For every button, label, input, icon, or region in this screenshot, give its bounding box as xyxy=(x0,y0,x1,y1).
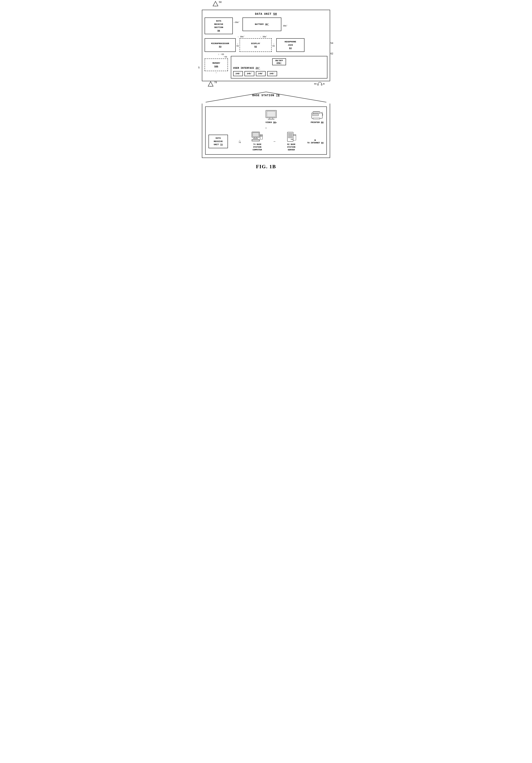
bsc-label: 74 BASESTATIONCOMPUTER xyxy=(253,143,262,151)
data-unit-box: 54 45 62 DATA UNIT 50 DATARECEIVESECTION… xyxy=(202,10,330,81)
battery-arrows-row: ↓ 30a' ↓ 30a' xyxy=(205,36,327,38)
data-unit-label: DATA UNIT 50 xyxy=(205,12,327,16)
bs-roof-area: BASE STATION 70 xyxy=(202,91,330,104)
dru-ref: 72 xyxy=(220,143,223,146)
ui-button-4[interactable]: 24b' xyxy=(267,71,277,76)
ref-45: 45 xyxy=(198,66,200,69)
bs-antenna-icon xyxy=(208,81,214,87)
battery-drs-connector: ←30a' xyxy=(234,18,240,24)
bs-ref: 70 xyxy=(276,94,280,97)
svg-rect-13 xyxy=(313,114,318,116)
bs-label: BASE STATION 70 xyxy=(252,94,279,97)
data-receive-section-box: DATARECEIVESECTION56 xyxy=(205,18,233,34)
headphone-output: 60 ◄ xyxy=(314,82,324,86)
bs-bottom-row: DATARECEIVEUNIT 72 ↔ 76 xyxy=(208,132,324,151)
ref-55-1: ↔ xyxy=(237,43,238,45)
ref-62: 62 xyxy=(331,53,333,55)
fig-caption: FIG. 1B xyxy=(202,164,330,169)
svg-rect-33 xyxy=(294,135,295,136)
microprocessor-ref: 53 xyxy=(219,46,221,48)
bss-svg xyxy=(286,132,296,143)
data-receive-unit-box: DATARECEIVEUNIT 72 xyxy=(208,135,228,148)
ref-60-arrow: ◄ xyxy=(323,83,324,85)
ref-55-3: ↕ ~55 xyxy=(218,54,224,55)
bs-top-row: VIDEO 90↙ xyxy=(208,110,324,124)
svg-rect-12 xyxy=(313,118,320,119)
on-off-row: ON/OFF24a' xyxy=(233,58,325,65)
svg-rect-23 xyxy=(261,135,262,136)
user-interface-box: ON/OFF24a' USER INTERFACE 24' 24b' 24b' … xyxy=(231,56,327,78)
printer-svg xyxy=(311,110,323,121)
display-box: DISPLAY52 xyxy=(240,38,271,52)
bs-inner: VIDEO 90↙ xyxy=(205,106,327,155)
svg-point-31 xyxy=(292,139,293,140)
antenna-top: 58 xyxy=(213,1,218,6)
bss-area: 82 BASESTATIONSERVER xyxy=(286,132,296,151)
dru-bsc-connector: ↔ 76 xyxy=(239,139,241,144)
bs-body: VIDEO 90↙ xyxy=(202,104,330,158)
memory-box: MEMORY50b xyxy=(205,58,228,71)
ref-76-arrow: ↔ xyxy=(239,139,240,142)
micro-down-arrow: ↕ ~55 xyxy=(205,54,327,55)
headphone-jack-box: HEADPHONEJACK64 xyxy=(276,38,304,52)
middle-row: MICROPROCESSOR53 ↔ 55 DISPLAY52 → 55 xyxy=(205,38,327,52)
ref-30a-3: ↓ 30a' xyxy=(238,36,245,38)
video-monitor-svg xyxy=(265,110,277,120)
video-label: VIDEO 90↙ xyxy=(266,121,277,124)
svg-rect-17 xyxy=(253,133,259,137)
bss-label: 82 BASESTATIONSERVER xyxy=(287,143,295,151)
ref-55-2: → xyxy=(273,43,274,45)
antenna-icon xyxy=(213,1,218,6)
svg-marker-4 xyxy=(208,82,213,86)
internet-arrow: ► xyxy=(315,139,316,142)
headphone-jack-ref: 64 xyxy=(289,47,292,50)
ref-30a-1: ←30a' xyxy=(234,21,240,24)
ui-button-1[interactable]: 24b' xyxy=(233,71,243,76)
memory-up-arrow: ↑ xyxy=(205,72,228,74)
svg-point-30 xyxy=(291,139,292,140)
battery-ref: 30' xyxy=(265,23,269,26)
svg-rect-3 xyxy=(321,84,322,85)
printer-label: PRINTER 86 xyxy=(311,121,324,124)
printer: PRINTER 86 xyxy=(311,110,324,124)
ref-30a-4: ↓ 30a' xyxy=(260,36,267,38)
svg-rect-7 xyxy=(267,111,275,117)
bs-antenna-ref: 78 xyxy=(214,81,217,84)
internet-ref: 84 xyxy=(321,142,324,144)
ref-60: 60 xyxy=(314,83,317,85)
ref-55-label-1: 55 xyxy=(237,45,239,47)
ref-30a-2: 30a' xyxy=(283,25,287,27)
internet-connector: ► TO INTERNET 84 xyxy=(307,139,324,144)
data-receive-section-ref: 56 xyxy=(217,30,220,32)
svg-marker-0 xyxy=(213,1,218,6)
ref-54: 54 xyxy=(331,42,333,45)
bsc-server-connector: ↔ xyxy=(274,140,275,143)
display-headphone-connector: → 55 xyxy=(272,43,275,47)
display-ref: 52 xyxy=(254,46,257,48)
ref-55-label-2: 55 xyxy=(272,45,275,47)
svg-rect-9 xyxy=(268,119,274,120)
on-off-button[interactable]: ON/OFF24a' xyxy=(272,58,286,65)
svg-rect-21 xyxy=(252,140,259,141)
ui-ref: 24' xyxy=(256,67,260,69)
battery-box: BATTERY 30' xyxy=(243,18,281,31)
svg-rect-28 xyxy=(288,136,292,137)
video-arrow: ↕ xyxy=(208,127,324,130)
internet-label: TO INTERNET 84 xyxy=(307,142,324,144)
printer-ref: 86 xyxy=(321,121,324,124)
base-station-area: 78 BASE STATION 70 xyxy=(202,91,330,158)
antenna-ref: 58 xyxy=(219,1,222,4)
memory-area: ~55 MEMORY50b ↑ xyxy=(205,56,228,74)
ui-button-2[interactable]: 24b' xyxy=(245,71,254,76)
bsc-svg xyxy=(252,132,263,143)
microprocessor-box: MICROPROCESSOR53 xyxy=(205,38,236,52)
top-row: DATARECEIVESECTION56 ←30a' BATTERY 30' 3… xyxy=(205,18,327,34)
on-off-ref: 24a' xyxy=(276,62,281,64)
micro-display-connector: ↔ 55 xyxy=(237,43,239,47)
svg-rect-19 xyxy=(253,138,258,139)
svg-rect-26 xyxy=(288,133,292,134)
ui-buttons-row: 24b' 24b' 24b' 24b' xyxy=(233,71,325,76)
memory-ref: 50b xyxy=(214,65,218,67)
ui-button-3[interactable]: 24b' xyxy=(256,71,266,76)
bsc-ref-num: 74 xyxy=(253,143,256,146)
